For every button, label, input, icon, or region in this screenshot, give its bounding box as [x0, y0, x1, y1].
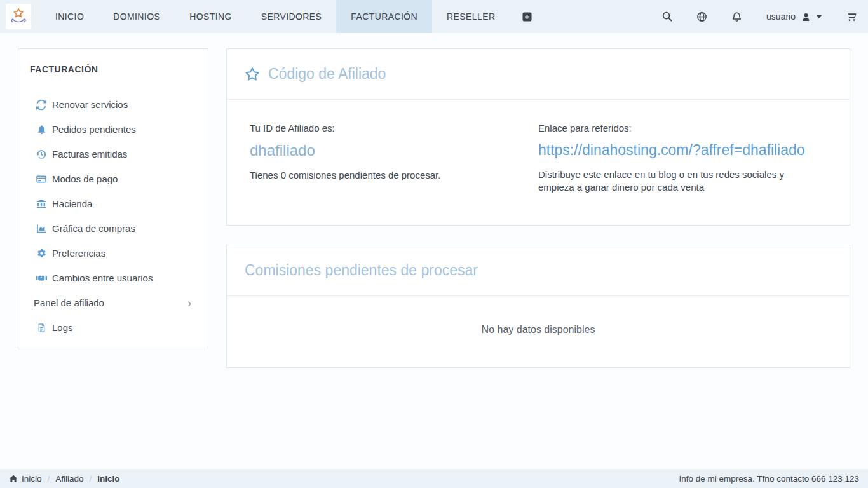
breadcrumb-label: Inicio: [22, 474, 42, 484]
affiliate-id-note: Tienes 0 comisiones pendientes de proces…: [250, 169, 526, 182]
affiliate-id-label: Tu ID de Afiliado es:: [250, 123, 526, 133]
nav-item-inicio[interactable]: INICIO: [41, 0, 98, 33]
search-icon: [662, 11, 672, 22]
sidebar-item-renovar-servicios[interactable]: Renovar servicios: [30, 92, 196, 117]
notifications-button[interactable]: [719, 0, 754, 33]
page-content: FACTURACIÓN Renovar servicios Pedidos pe…: [0, 33, 868, 469]
user-icon: [801, 12, 811, 22]
sidebar-item-hacienda[interactable]: Hacienda: [30, 191, 196, 216]
main-nav: INICIO DOMINIOS HOSTING SERVIDORES FACTU…: [41, 0, 545, 33]
dinahosting-logo[interactable]: [6, 4, 31, 29]
bell-icon: [34, 125, 49, 135]
affiliate-id-value: dhafiliado: [250, 142, 526, 159]
plus-square-icon: [522, 12, 532, 22]
nav-item-dominios[interactable]: DOMINIOS: [98, 0, 175, 33]
sidebar-item-label: Gráfica de compras: [52, 223, 135, 234]
affiliate-card-title: Código de Afiliado: [268, 65, 386, 83]
nav-item-hosting[interactable]: HOSTING: [175, 0, 247, 33]
sidebar-item-label: Pedidos pendientes: [52, 124, 136, 135]
footer-contact-info[interactable]: Info de mi empresa. Tfno contacto 666 12…: [679, 474, 859, 484]
referral-link-label: Enlace para referidos:: [538, 123, 814, 133]
sidebar-item-grafica-de-compras[interactable]: Gráfica de compras: [30, 216, 196, 241]
sidebar-item-modos-de-pago[interactable]: Modos de pago: [30, 166, 196, 191]
search-button[interactable]: [650, 0, 684, 33]
sidebar-item-logs[interactable]: Logs: [30, 315, 196, 340]
sidebar-title: FACTURACIÓN: [30, 64, 196, 74]
star-ribbon-logo-icon: [8, 6, 29, 27]
sidebar-item-label: Renovar servicios: [52, 99, 128, 110]
chevron-right-icon: ›: [187, 297, 191, 309]
affiliate-card-header: Código de Afiliado: [227, 49, 850, 100]
sidebar-item-label: Panel de afiliado: [34, 297, 104, 308]
affiliate-id-column: Tu ID de Afiliado es: dhafiliado Tienes …: [250, 123, 538, 194]
user-menu[interactable]: usuario: [754, 0, 834, 33]
sidebar-item-pedidos-pendientes[interactable]: Pedidos pendientes: [30, 117, 196, 142]
referral-link[interactable]: https://dinahosting.com/?affref=dhafilia…: [538, 142, 805, 159]
sidebar-item-label: Cambios entre usuarios: [52, 273, 153, 283]
bank-icon: [34, 199, 49, 209]
commissions-card-header: Comisiones pendientes de procesar: [227, 245, 850, 296]
commissions-empty-message: No hay datos disponibles: [227, 296, 850, 367]
sidebar-facturacion: FACTURACIÓN Renovar servicios Pedidos pe…: [18, 48, 208, 349]
handshake-icon: [34, 274, 49, 283]
area-chart-icon: [34, 224, 49, 234]
pending-commissions-card: Comisiones pendientes de procesar No hay…: [226, 245, 850, 368]
refresh-icon: [34, 100, 49, 110]
sidebar-item-label: Modos de pago: [52, 173, 118, 184]
star-icon: [245, 67, 260, 82]
sidebar-menu: Renovar servicios Pedidos pendientes Fac…: [30, 92, 196, 340]
topbar-actions: usuario: [650, 0, 868, 33]
main-content: Código de Afiliado Tu ID de Afiliado es:…: [226, 48, 850, 368]
home-icon: [9, 475, 18, 483]
credit-card-icon: [34, 174, 49, 184]
breadcrumb-afiliado[interactable]: Afiliado: [55, 474, 83, 484]
nav-item-servidores[interactable]: SERVIDORES: [247, 0, 337, 33]
sidebar-item-cambios-entre-usuarios[interactable]: Cambios entre usuarios: [30, 266, 196, 290]
cart-icon: [846, 11, 857, 22]
username-label: usuario: [766, 11, 796, 22]
bell-icon: [731, 11, 742, 22]
caret-down-icon: [817, 15, 822, 18]
sidebar-item-label: Facturas emitidas: [52, 149, 127, 159]
affiliate-code-card: Código de Afiliado Tu ID de Afiliado es:…: [226, 48, 850, 226]
footer: Inicio / Afiliado / Inicio Info de mi em…: [0, 469, 868, 488]
affiliate-card-body: Tu ID de Afiliado es: dhafiliado Tienes …: [227, 100, 850, 225]
history-icon: [34, 149, 49, 159]
breadcrumb: Inicio / Afiliado / Inicio: [9, 474, 120, 484]
sidebar-item-label: Preferencias: [52, 248, 105, 259]
commissions-card-title: Comisiones pendientes de procesar: [245, 262, 478, 279]
breadcrumb-separator: /: [90, 474, 92, 484]
breadcrumb-current: Inicio: [97, 474, 119, 484]
nav-item-facturacion[interactable]: FACTURACIÓN: [336, 0, 432, 33]
cart-button[interactable]: [834, 0, 868, 33]
breadcrumb-separator: /: [48, 474, 50, 484]
document-icon: [34, 323, 49, 333]
nav-item-reseller[interactable]: RESELLER: [432, 0, 510, 33]
sidebar-item-preferencias[interactable]: Preferencias: [30, 241, 196, 266]
topbar: INICIO DOMINIOS HOSTING SERVIDORES FACTU…: [0, 0, 868, 33]
globe-icon: [696, 11, 707, 22]
breadcrumb-home[interactable]: Inicio: [9, 474, 42, 484]
referral-link-note: Distribuye este enlace en tu blog o en t…: [538, 168, 814, 194]
globe-button[interactable]: [684, 0, 719, 33]
sidebar-item-label: Hacienda: [52, 198, 92, 209]
sidebar-item-facturas-emitidas[interactable]: Facturas emitidas: [30, 142, 196, 166]
add-tab-button[interactable]: [510, 0, 545, 33]
referral-link-column: Enlace para referidos: https://dinahosti…: [538, 123, 827, 194]
sidebar-item-panel-de-afiliado[interactable]: Panel de afiliado ›: [30, 290, 196, 315]
sidebar-item-label: Logs: [52, 322, 73, 333]
gear-icon: [34, 248, 49, 258]
